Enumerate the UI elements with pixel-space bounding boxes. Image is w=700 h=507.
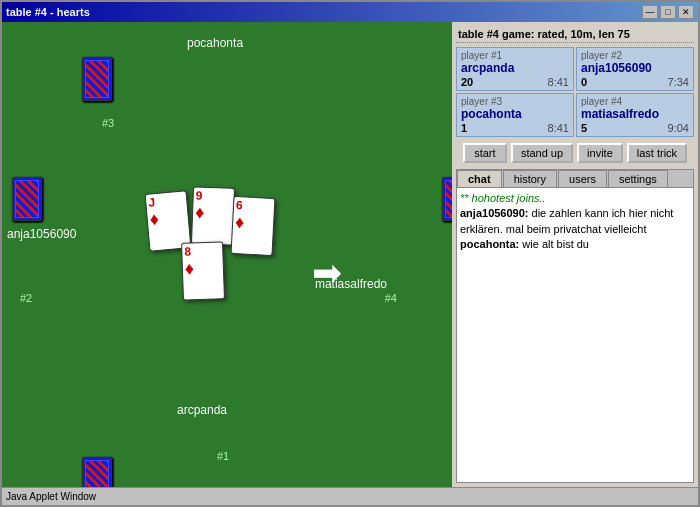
minimize-button[interactable]: —: [642, 5, 658, 19]
close-button[interactable]: ✕: [678, 5, 694, 19]
start-button[interactable]: start: [463, 143, 507, 163]
player-4-stats: 5 9:04: [581, 122, 689, 134]
window-title: table #4 - hearts: [6, 6, 640, 18]
player-cell-4: player #4 matiasalfredo 5 9:04: [576, 93, 694, 137]
player-cell-1: player #1 arcpanda 20 8:41: [456, 47, 574, 91]
player-4-label: player #4: [581, 96, 689, 107]
tab-chat[interactable]: chat: [457, 170, 502, 187]
titlebar: table #4 - hearts — □ ✕: [2, 2, 698, 22]
played-card-six[interactable]: 6 ♦: [231, 196, 276, 256]
player-2-time: 7:34: [668, 76, 689, 88]
tab-history[interactable]: history: [503, 170, 557, 187]
chat-user-1: anja1056090:: [460, 207, 529, 219]
player-3-time: 8:41: [548, 122, 569, 134]
player-1-time: 8:41: [548, 76, 569, 88]
chat-messages[interactable]: ** hohotest joins.. anja1056090: die zah…: [457, 188, 693, 482]
app-window: table #4 - hearts — □ ✕ pocahonta #3: [0, 0, 700, 507]
player-2-name: anja1056090: [581, 61, 689, 75]
chat-message-join: ** hohotest joins..: [460, 191, 690, 206]
player-4-score: 5: [581, 122, 587, 134]
player-3-label: player #3: [461, 96, 569, 107]
lasttrick-button[interactable]: last trick: [627, 143, 687, 163]
chat-area: chat history users settings ** hohotest …: [456, 169, 694, 483]
chat-user-2: pocahonta:: [460, 238, 519, 250]
played-card-nine[interactable]: 9 ♦: [191, 186, 235, 245]
bottom-player-label: arcpanda: [177, 403, 227, 417]
player-1-stats: 20 8:41: [461, 76, 569, 88]
player-1-score: 20: [461, 76, 473, 88]
game-area: pocahonta #3 anja1056090: [2, 22, 452, 487]
invite-button[interactable]: invite: [577, 143, 623, 163]
tab-users[interactable]: users: [558, 170, 607, 187]
bottom-number: #1: [217, 450, 229, 462]
card-back: [12, 177, 42, 221]
card-back: [82, 57, 112, 101]
standup-button[interactable]: stand up: [511, 143, 573, 163]
player-4-time: 9:04: [668, 122, 689, 134]
player-1-label: player #1: [461, 50, 569, 61]
player-4-name: matiasalfredo: [581, 107, 689, 121]
top-player-label: pocahonta: [187, 36, 243, 50]
player-2-label: player #2: [581, 50, 689, 61]
left-player-label: anja1056090: [7, 227, 76, 241]
statusbar: Java Applet Window: [2, 487, 698, 505]
arrow-icon: ➡: [312, 252, 342, 294]
player-2-stats: 0 7:34: [581, 76, 689, 88]
player-1-name: arcpanda: [461, 61, 569, 75]
player-3-stats: 1 8:41: [461, 122, 569, 134]
player-cell-2: player #2 anja1056090 0 7:34: [576, 47, 694, 91]
chat-tabs: chat history users settings: [457, 170, 693, 188]
chat-message-1: anja1056090: die zahlen kann ich hier ni…: [460, 206, 690, 237]
center-play-area: J ♦ 9 ♦ 6 ♦ 8 ♦: [137, 187, 337, 317]
status-text: Java Applet Window: [6, 491, 96, 502]
player-3-name: pocahonta: [461, 107, 569, 121]
top-number: #3: [102, 117, 114, 129]
left-number: #2: [20, 292, 32, 304]
tab-settings[interactable]: settings: [608, 170, 668, 187]
right-panel: table #4 game: rated, 10m, len 75 player…: [452, 22, 698, 487]
chat-message-2: pocahonta: wie alt bist du: [460, 237, 690, 252]
player-2-score: 0: [581, 76, 587, 88]
players-grid: player #1 arcpanda 20 8:41 player #2 anj…: [456, 47, 694, 137]
card-back: [442, 177, 452, 221]
player-cell-3: player #3 pocahonta 1 8:41: [456, 93, 574, 137]
player-3-score: 1: [461, 122, 467, 134]
maximize-button[interactable]: □: [660, 5, 676, 19]
main-content: pocahonta #3 anja1056090: [2, 22, 698, 487]
action-buttons: start stand up invite last trick: [456, 143, 694, 163]
right-number: #4: [385, 292, 397, 304]
table-info: table #4 game: rated, 10m, len 75: [456, 26, 694, 43]
played-card-eight[interactable]: 8 ♦: [181, 241, 225, 300]
card-back: [82, 457, 112, 487]
